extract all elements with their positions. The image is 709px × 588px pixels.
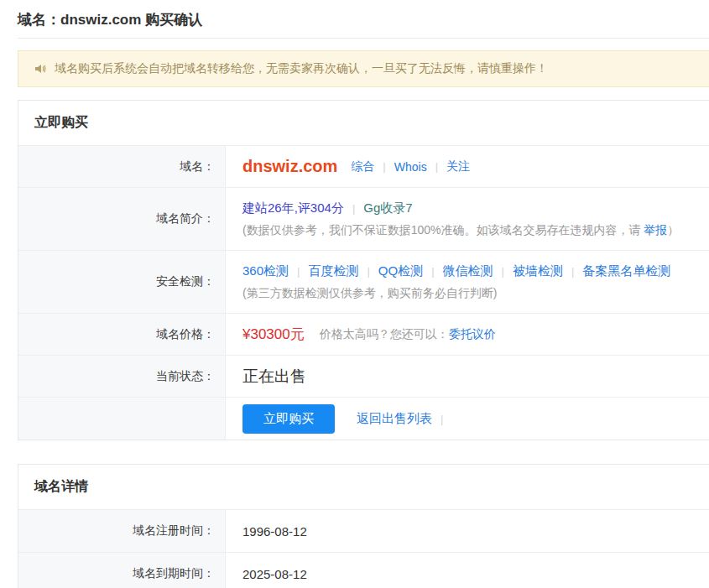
separator: |: [431, 265, 434, 278]
price-hint: 价格太高吗？您还可以：: [320, 327, 449, 342]
page-header: 域名：dnswiz.com 购买确认: [0, 0, 709, 38]
actions-row: 立即购买 返回出售列表 |: [18, 397, 709, 440]
detail-panel-title: 域名详情: [18, 465, 709, 509]
buy-panel-title: 立即购买: [18, 101, 709, 145]
security-label: 安全检测：: [18, 251, 226, 313]
report-link[interactable]: 举报: [644, 223, 667, 237]
register-date-value: 1996-08-12: [242, 524, 709, 539]
announcement-speaker-icon: [34, 62, 47, 75]
domain-row: 域名： dnswiz.com 综合 | Whois | 关注: [18, 145, 709, 187]
intro-disclaimer: (数据仅供参考，我们不保证数据100%准确。如该域名交易存在违规内容，请 举报）: [242, 223, 709, 238]
domain-label: 域名：: [18, 146, 226, 187]
check-link-360[interactable]: 360检测: [242, 263, 289, 279]
expire-date-label: 域名到期时间：: [18, 553, 226, 588]
domain-name: dnswiz.com: [242, 157, 337, 176]
buy-now-panel: 立即购买 域名： dnswiz.com 综合 | Whois | 关注 域名简介…: [18, 100, 709, 440]
status-value: 正在出售: [242, 366, 709, 388]
check-link-qq[interactable]: QQ检测: [378, 263, 423, 279]
domain-link-follow[interactable]: 关注: [446, 159, 470, 174]
domain-link-whois[interactable]: Whois: [394, 160, 427, 174]
price-amount: ¥30300元: [242, 325, 305, 344]
title-divider: [18, 38, 709, 39]
expire-date-value: 2025-08-12: [242, 567, 709, 581]
notice-bar: 域名购买后系统会自动把域名转移给您，无需卖家再次确认，一旦买了无法反悔，请慎重操…: [18, 50, 709, 87]
back-to-list-link[interactable]: 返回出售列表: [357, 411, 432, 427]
separator: |: [367, 265, 369, 278]
separator: |: [297, 265, 300, 278]
negotiate-price-link[interactable]: 委托议价: [449, 327, 496, 342]
separator: |: [352, 202, 355, 215]
page-title: 域名：dnswiz.com 购买确认: [18, 10, 709, 29]
check-link-icp-blacklist[interactable]: 备案黑名单检测: [582, 263, 670, 279]
separator: |: [435, 160, 438, 173]
separator: |: [441, 413, 443, 425]
security-disclaimer: (第三方数据检测仅供参考，购买前务必自行判断): [242, 286, 709, 301]
site-stats-link[interactable]: 建站26年,评304分: [242, 200, 344, 216]
domain-detail-panel: 域名详情 域名注册时间： 1996-08-12 域名到期时间： 2025-08-…: [18, 464, 709, 588]
separator: |: [571, 265, 574, 278]
google-index-text: Gg收录7: [363, 200, 412, 216]
check-link-wechat[interactable]: 微信检测: [443, 263, 493, 279]
register-date-row: 域名注册时间： 1996-08-12: [18, 509, 709, 552]
check-link-gfw[interactable]: 被墙检测: [513, 263, 563, 279]
actions-label-empty: [18, 398, 226, 440]
security-check-row: 安全检测： 360检测 | 百度检测 | QQ检测 | 微信检测 | 被墙检测 …: [18, 250, 709, 313]
intro-label: 域名简介：: [18, 188, 226, 250]
check-link-baidu[interactable]: 百度检测: [308, 263, 358, 279]
intro-row: 域名简介： 建站26年,评304分 | Gg收录7 (数据仅供参考，我们不保证数…: [18, 187, 709, 250]
price-label: 域名价格：: [18, 314, 226, 355]
status-label: 当前状态：: [18, 356, 226, 397]
domain-link-overview[interactable]: 综合: [351, 159, 374, 174]
separator: |: [502, 265, 504, 278]
expire-date-row: 域名到期时间： 2025-08-12: [18, 552, 709, 588]
status-row: 当前状态： 正在出售: [18, 355, 709, 397]
notice-text: 域名购买后系统会自动把域名转移给您，无需卖家再次确认，一旦买了无法反悔，请慎重操…: [55, 61, 548, 76]
separator: |: [383, 160, 385, 173]
buy-now-button[interactable]: 立即购买: [242, 404, 335, 434]
register-date-label: 域名注册时间：: [18, 510, 226, 552]
price-row: 域名价格： ¥30300元 价格太高吗？您还可以： 委托议价: [18, 313, 709, 355]
